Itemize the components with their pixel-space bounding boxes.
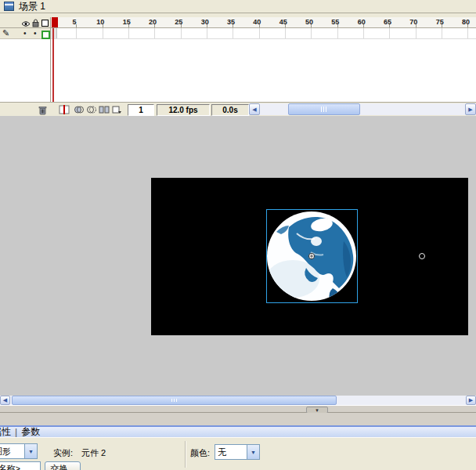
timeline-scroll-thumb[interactable] <box>288 103 360 115</box>
symbol-type-value: 图形 <box>0 446 11 457</box>
properties-panel-body: 图形 ▼ 实例: 元件 2 颜色: 无 ▼ 交换... <box>0 437 476 470</box>
properties-panel-header: 属性 | 参数 <box>0 425 476 437</box>
tab-properties[interactable]: 属性 <box>0 425 13 437</box>
frame-rate-indicator[interactable]: 12.0 fps <box>157 104 210 116</box>
instance-label: 实例: <box>53 447 73 459</box>
instance-value: 元件 2 <box>81 447 106 459</box>
timeline-empty-area[interactable] <box>0 39 476 102</box>
layer-lock-toggle[interactable]: • <box>34 29 37 38</box>
current-frame-counter: 1 <box>128 104 154 116</box>
flash-application-window: 场景 1 5101520253035404550556065707580 ✎ •… <box>0 0 476 470</box>
color-label: 颜色: <box>190 447 210 459</box>
playhead-line[interactable] <box>52 28 54 102</box>
stage-scroll-left-arrow[interactable]: ◀ <box>0 396 10 405</box>
symbol-type-dropdown-arrow-icon[interactable]: ▼ <box>24 444 37 458</box>
color-effect-dropdown-arrow-icon[interactable]: ▼ <box>247 445 259 459</box>
scene-breadcrumb[interactable]: 场景 1 <box>19 0 45 13</box>
timeline-status-bar: 1 12.0 fps 0.0s ◀ ▶ <box>0 102 476 116</box>
panel-section-divider <box>185 441 186 468</box>
timeline-scroll-right-arrow[interactable]: ▶ <box>465 103 476 115</box>
panel-tab-strip: 属性 | 参数 <box>0 427 42 437</box>
stage-scroll-thumb[interactable] <box>12 396 337 405</box>
modify-onion-markers-icon[interactable] <box>110 104 123 115</box>
scene-icon <box>4 2 14 11</box>
symbol-type-dropdown[interactable]: 图形 ▼ <box>0 443 38 459</box>
tab-separator: | <box>13 427 19 438</box>
timeline-scroll-left-arrow[interactable]: ◀ <box>249 103 260 115</box>
layer-frames-strip[interactable] <box>51 28 476 39</box>
dock-gap <box>0 413 476 425</box>
timeline-column-divider <box>50 17 51 102</box>
scene-bar: 场景 1 <box>0 0 476 13</box>
color-effect-value: 无 <box>215 446 226 458</box>
timeline-ruler[interactable]: 5101520253035404550556065707580 <box>51 17 476 28</box>
timeline-scroll-track[interactable] <box>260 103 465 115</box>
transformation-point-marker[interactable] <box>308 252 316 260</box>
onion-skin-icon[interactable] <box>73 104 85 115</box>
timeline-layer-header <box>0 17 50 28</box>
ruler-ticks <box>51 24 476 27</box>
timeline-horizontal-scrollbar[interactable]: ◀ ▶ <box>249 103 476 115</box>
registration-point-marker <box>419 253 425 259</box>
stage-horizontal-scrollbar[interactable]: ◀ ▶ <box>0 396 476 405</box>
swap-button[interactable]: 交换... <box>45 461 81 470</box>
tab-parameters[interactable]: 参数 <box>19 425 42 437</box>
layer-row-controls[interactable]: ✎ • • <box>0 28 50 39</box>
color-effect-dropdown[interactable]: 无 ▼ <box>215 444 260 460</box>
layer-visibility-toggle[interactable]: • <box>23 29 27 38</box>
show-all-layers-as-outlines-icon[interactable] <box>41 20 49 27</box>
instance-name-input[interactable] <box>0 461 41 470</box>
onion-skin-outlines-icon[interactable] <box>85 104 98 115</box>
center-frame-icon[interactable] <box>58 104 70 115</box>
stage-scroll-right-arrow[interactable]: ▶ <box>466 396 476 405</box>
layer-edit-pencil-icon: ✎ <box>2 28 9 38</box>
stage-scroll-track[interactable] <box>10 396 466 405</box>
delete-layer-trash-icon[interactable] <box>36 104 49 115</box>
panel-splitter[interactable]: ▼ <box>0 405 476 413</box>
elapsed-time-indicator: 0.0s <box>211 104 249 116</box>
layer-outline-color-swatch[interactable] <box>41 31 50 39</box>
edit-multiple-frames-icon[interactable] <box>98 104 110 115</box>
